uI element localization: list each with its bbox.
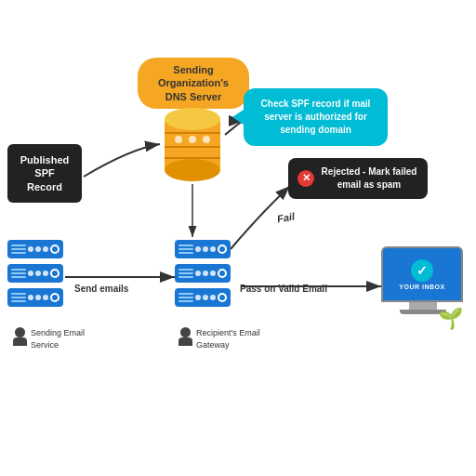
rack-dot: [35, 246, 41, 252]
person-icon-right: [178, 327, 192, 346]
person-icon-left: [13, 327, 27, 346]
rack-circle: [218, 293, 227, 302]
spf-check-text: Check SPF record if mail server is autho…: [261, 99, 371, 135]
rejected-icon: ✕: [298, 170, 314, 187]
rack-dot: [28, 246, 33, 252]
rack-lines-5: [178, 269, 193, 278]
rack-lines-3: [11, 293, 26, 302]
rack-dot: [195, 295, 201, 300]
server-unit-3: [7, 288, 63, 307]
monitor-check-icon: ✓: [411, 259, 433, 282]
recipient-gateway-person: Recipient's Email Gateway: [178, 327, 260, 350]
rack-line: [178, 300, 193, 302]
rack-dot: [210, 246, 216, 252]
spf-record-line1: Published: [20, 154, 70, 165]
rack-line: [178, 252, 193, 254]
diagram-container: Published SPF Record Sending Organizatio…: [0, 0, 476, 476]
inbox-label: YOUR INBOX: [399, 284, 444, 290]
rack-dot: [28, 271, 33, 276]
person-head-left: [15, 327, 25, 337]
rack-circle: [218, 269, 227, 278]
svg-point-9: [189, 136, 196, 143]
rack-line: [11, 272, 26, 274]
recipient-rack-1: [175, 240, 231, 258]
rack-line: [178, 276, 193, 278]
person-body-right: [178, 337, 192, 346]
svg-point-8: [175, 136, 182, 143]
rack-lines-2: [11, 269, 26, 278]
rack-line: [178, 293, 193, 295]
rack-dot: [195, 246, 201, 252]
spf-check-bubble: Check SPF record if mail server is autho…: [244, 88, 388, 146]
rack-line: [178, 245, 193, 246]
sending-service-person: Sending Email Service: [13, 327, 85, 350]
rack-dot: [28, 295, 33, 300]
sending-servers: [7, 240, 63, 307]
rack-line: [11, 293, 26, 295]
rack-line: [11, 248, 26, 250]
rack-dot: [35, 271, 41, 276]
rejected-text: Rejected - Mark failed email as spam: [320, 165, 418, 192]
recipient-servers: [175, 240, 231, 307]
recipient-rack-3: [175, 288, 231, 307]
rack-dot: [43, 295, 48, 300]
plant-decoration: 🌱: [438, 307, 463, 331]
rack-dot: [35, 295, 41, 300]
pass-label: Pass on Valid Email: [240, 284, 327, 294]
person-body-left: [13, 337, 27, 346]
rack-circle: [218, 245, 227, 254]
spf-record-box: Published SPF Record: [7, 144, 82, 203]
rack-dot: [43, 246, 48, 252]
rack-circle: [50, 269, 60, 278]
svg-point-10: [203, 136, 210, 143]
rack-line: [11, 297, 26, 298]
recipient-server-unit-3: [175, 288, 231, 307]
person-head-right: [180, 327, 191, 337]
server-rack-1: [7, 240, 63, 258]
recipient-server-unit-1: [175, 240, 231, 258]
fail-label: Fail: [276, 210, 296, 224]
rack-circle: [50, 245, 60, 254]
server-rack-2: [7, 264, 63, 283]
rack-line: [11, 245, 26, 246]
recipient-gateway-label: Recipient's Email Gateway: [196, 327, 260, 350]
rack-dot: [210, 271, 216, 276]
send-emails-label: Send emails: [74, 284, 128, 294]
inbox-monitor: ✓ YOUR INBOX: [381, 246, 465, 314]
server-unit-2: [7, 264, 63, 283]
spf-record-line2: SPF: [34, 167, 54, 178]
recipient-server-unit-2: [175, 264, 231, 283]
rack-line: [178, 248, 193, 250]
dns-label-line1: Sending Organization's: [158, 64, 229, 88]
rack-lines-1: [11, 245, 26, 254]
rack-line: [11, 269, 26, 271]
rack-dot: [203, 271, 208, 276]
rack-line: [178, 297, 193, 298]
dns-cylinder: [160, 100, 225, 184]
rack-line: [11, 300, 26, 302]
monitor-stand: [409, 302, 437, 310]
spf-record-line3: Record: [27, 181, 62, 192]
rack-lines-6: [178, 293, 193, 302]
rack-dot: [43, 271, 48, 276]
server-rack-3: [7, 288, 63, 307]
rack-line: [178, 269, 193, 271]
rack-dot: [203, 295, 208, 300]
rack-dot: [195, 271, 201, 276]
monitor-screen: ✓ YOUR INBOX: [381, 246, 463, 302]
server-unit-1: [7, 240, 63, 258]
rack-line: [11, 252, 26, 254]
svg-point-3: [165, 108, 220, 130]
rack-line: [11, 276, 26, 278]
svg-point-4: [165, 159, 220, 181]
rack-line: [178, 272, 193, 274]
rack-dot: [210, 295, 216, 300]
rejected-box: ✕ Rejected - Mark failed email as spam: [288, 158, 428, 199]
sending-service-label: Sending Email Service: [31, 327, 85, 350]
rack-dot: [203, 246, 208, 252]
rack-lines-4: [178, 245, 193, 254]
rack-circle: [50, 293, 60, 302]
recipient-rack-2: [175, 264, 231, 283]
